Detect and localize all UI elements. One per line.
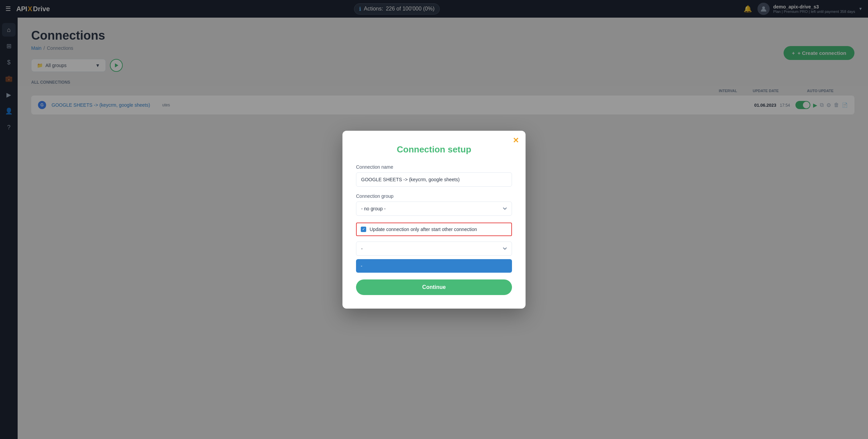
connection-group-select[interactable]: - no group - [356,202,512,216]
connection-name-label: Connection name [356,164,512,170]
checkbox-label: Update connection only after start other… [370,227,477,232]
modal-close-button[interactable]: ✕ [513,136,519,145]
connection-name-input[interactable] [356,172,512,187]
checkbox-box: ✓ [361,227,366,232]
checkbox-check-icon: ✓ [362,227,365,231]
selected-connection-bar[interactable]: - [356,259,512,273]
dependency-dropdown[interactable]: - [356,242,512,256]
continue-button[interactable]: Continue [356,279,512,295]
modal-title: Connection setup [356,144,512,155]
connection-setup-modal: ✕ Connection setup Connection name Conne… [342,131,526,309]
connection-group-label: Connection group [356,193,512,199]
modal-overlay: ✕ Connection setup Connection name Conne… [0,0,868,439]
update-after-other-checkbox-row[interactable]: ✓ Update connection only after start oth… [356,223,512,236]
